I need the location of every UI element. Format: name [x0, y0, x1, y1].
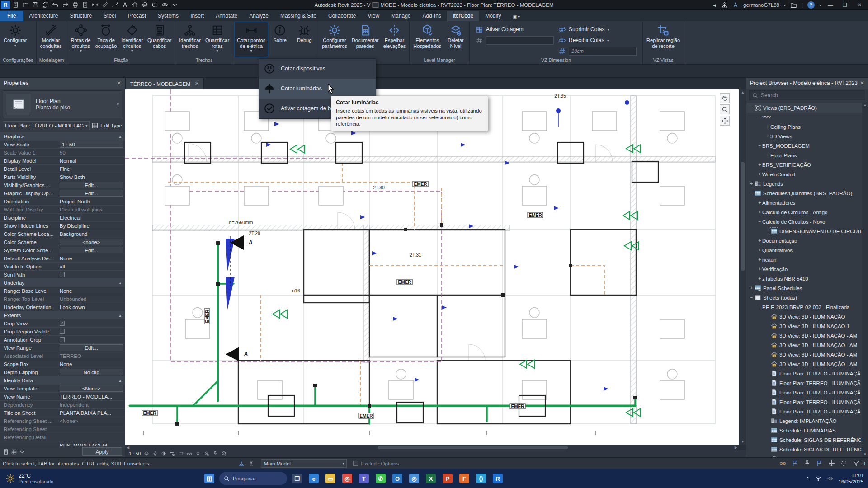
properties-section-identity-data[interactable]: Identity Data▴	[0, 376, 125, 385]
property-value[interactable]: By Discipline	[58, 223, 125, 229]
browser-item-brs-verifica-o[interactable]: +BRS_VERIFICAÇÃO	[746, 160, 868, 169]
properties-section-extents[interactable]: Extents▴	[0, 311, 125, 319]
browser-item-ceiling-plans[interactable]: +Ceiling Plans	[746, 122, 868, 131]
select-links-icon[interactable]	[779, 460, 786, 467]
signed-in-user[interactable]: germanoG7L88	[743, 2, 779, 8]
ribbon-button-espelhar-eleva-es[interactable]: Espelhar elevações	[381, 22, 408, 57]
menu-item-cotar-dispositivos[interactable]: Cotar dispositivos	[259, 59, 376, 79]
property-checkbox[interactable]	[60, 272, 65, 277]
taskbar-icon-firefox[interactable]: F	[458, 472, 471, 485]
tray-chevron-icon[interactable]: ⌃	[806, 476, 810, 481]
ribbon-tab-view[interactable]: View	[362, 11, 385, 21]
property-value[interactable]: None	[58, 361, 125, 367]
ribbon-button-documentar-paredes[interactable]: Documentar paredes	[349, 22, 381, 57]
expand-icon[interactable]: +	[757, 248, 762, 253]
browser-item-legends[interactable]: +Legends	[746, 179, 868, 188]
property-value[interactable]: None	[58, 256, 125, 261]
back-icon[interactable]: ◄	[712, 3, 717, 8]
property-value[interactable]: TÉRREO - MODELA...	[58, 394, 125, 399]
shadows-icon[interactable]	[161, 451, 166, 456]
ribbon-tab-massing-site[interactable]: Massing & Site	[274, 11, 322, 21]
property-checkbox[interactable]: ✓	[60, 321, 65, 326]
print-icon[interactable]	[71, 1, 80, 9]
browser-item-3d-view-3d-ilumina-o-1[interactable]: 3D View: 3D - ILUMINAÇÃO 1	[746, 321, 868, 331]
suprimir-cotas-button-caret-icon[interactable]: ▾	[607, 28, 609, 32]
collaborate-users-icon[interactable]	[721, 2, 728, 9]
project-browser-close-icon[interactable]: ✕	[860, 80, 864, 86]
exclude-options-checkbox[interactable]	[353, 461, 358, 466]
suprimir-cotas-button[interactable]: Suprimir Cotas▾	[558, 24, 637, 35]
taskbar-icon-excel[interactable]: X	[424, 472, 438, 485]
dimension-offset-input[interactable]: 10cm	[569, 47, 637, 56]
user-caret-icon[interactable]: ▾	[784, 3, 786, 7]
constraints-icon[interactable]	[212, 451, 218, 456]
redo-icon[interactable]	[61, 1, 70, 9]
user-avatar-icon[interactable]	[732, 2, 739, 8]
browser-item-floor-plan-t-rreo-ilumina-[interactable]: Floor Plan: TÉRREO - ILUMINAÇÃ	[746, 388, 868, 397]
browser-item-3d-view-3d-ilumina-o-am[interactable]: 3D View: 3D - ILUMINAÇÃO - AM	[746, 340, 868, 350]
collapse-icon[interactable]: −	[749, 295, 754, 300]
property-value[interactable]: <None>	[58, 418, 125, 424]
browser-item-alimentadores[interactable]: +Alimentadores	[746, 198, 868, 207]
ribbon-button-rotas-de-circuitos[interactable]: Rotas de circuitos▼	[69, 22, 93, 57]
type-selector[interactable]: Floor Plan Planta de piso ▾	[3, 90, 122, 118]
browser-item-documenta-o[interactable]: +Documentação	[746, 236, 868, 245]
taskbar-icon-edge[interactable]: e	[307, 472, 321, 485]
taskbar-icon-file-explorer[interactable]: ▭	[324, 472, 337, 485]
browser-item-ztabelas-nbr-5410[interactable]: +zTabelas NBR 5410	[746, 274, 868, 283]
ribbon-tab-precast[interactable]: Precast	[122, 11, 152, 21]
ribbon-tab-systems[interactable]: Systems	[152, 11, 184, 21]
ribbon-button-configurar[interactable]: Configurar▼	[1, 22, 29, 57]
browser-item-wireinconduit[interactable]: +WireInConduit	[746, 169, 868, 179]
browser-item-legend-implanta-o[interactable]: Legend: IMPLANTAÇÃO	[746, 416, 868, 426]
browser-item-3d-views[interactable]: +3D Views	[746, 131, 868, 141]
ribbon-tab-manage[interactable]: Manage	[385, 11, 416, 21]
editing-requests-icon[interactable]	[248, 460, 255, 467]
property-value[interactable]: Project North	[58, 199, 125, 204]
taskbar-icon-chrome-2[interactable]: ◎	[407, 472, 421, 485]
ribbon-button-configurar-par-metros[interactable]: Configurar parâmetros	[320, 22, 349, 57]
worksharing-display-icon[interactable]	[204, 451, 209, 456]
ribbon-tab-architecture[interactable]: Architecture	[23, 11, 64, 21]
ribbon-button-replicar-regi-o-de-recorte[interactable]: Replicar região de recorte	[644, 22, 682, 57]
browser-item-section-corte-a[interactable]: Section: CORTE A	[746, 454, 868, 457]
property-value[interactable]: Normal	[58, 158, 125, 164]
home-icon[interactable]	[130, 1, 139, 9]
taskbar-icon-whatsapp[interactable]: ✆	[374, 472, 387, 485]
ribbon-tab-annotate[interactable]: Annotate	[210, 11, 243, 21]
view-scale[interactable]: 1 : 50	[129, 451, 141, 456]
browser-item-schedule-siglas-de-refer-ncia[interactable]: Schedule: SIGLAS DE REFERÊNCIA	[746, 445, 868, 454]
file-icon[interactable]	[11, 1, 20, 9]
dropdown-caret-icon[interactable]: ▼	[216, 50, 219, 52]
browser-item-brs-modelagem[interactable]: −BRS_MODELAGEM	[746, 141, 868, 150]
ribbon-button-sobre[interactable]: Sobre	[268, 22, 292, 57]
view-tab[interactable]: TÉRREO - MODELAGEM ✕	[125, 78, 204, 89]
dropdown-caret-icon[interactable]: ▼	[79, 50, 82, 52]
expand-icon[interactable]: +	[749, 181, 754, 186]
modify-dim-icon[interactable]	[90, 1, 99, 9]
browser-item-verifica-o[interactable]: +Verificação	[746, 264, 868, 274]
ribbon-tab-collaborate[interactable]: Collaborate	[322, 11, 362, 21]
browser-item-schedule-lumin-rias[interactable]: Schedule: LUMINÁRIAS	[746, 426, 868, 435]
expand-icon[interactable]: +	[757, 200, 762, 205]
browser-item-calculo-de-circuitos-novo[interactable]: −Calculo de Circuitos - Novo	[746, 217, 868, 226]
properties-section-underlay[interactable]: Underlay▴	[0, 279, 125, 287]
property-value[interactable]: Fine	[58, 166, 125, 172]
taskbar-icon-powerpoint[interactable]: P	[441, 472, 454, 485]
taskbar-clock[interactable]: 11:01 16/05/2025	[839, 472, 863, 485]
type-caret-icon[interactable]: ▾	[117, 102, 119, 107]
save-icon[interactable]	[31, 1, 40, 9]
expand-icon[interactable]: +	[757, 172, 762, 177]
property-value[interactable]: Show Both	[58, 174, 125, 180]
expand-icon[interactable]: +	[757, 276, 762, 281]
expand-icon[interactable]: +	[757, 210, 762, 215]
apply-button[interactable]: Apply	[82, 447, 122, 456]
visibility-icon[interactable]	[160, 1, 169, 9]
restore-button[interactable]: ❐	[840, 2, 850, 8]
drag-elements-icon[interactable]	[828, 460, 835, 467]
property-value[interactable]: None	[58, 288, 125, 294]
steering-wheel-icon[interactable]	[720, 93, 730, 103]
ribbon-button-identificar-circuitos[interactable]: Identificar circuitos▼	[119, 22, 145, 57]
property-value[interactable]: Electrical	[58, 215, 125, 221]
ribbon-button-identificar-trechos[interactable]: Identificar trechos	[177, 22, 203, 57]
